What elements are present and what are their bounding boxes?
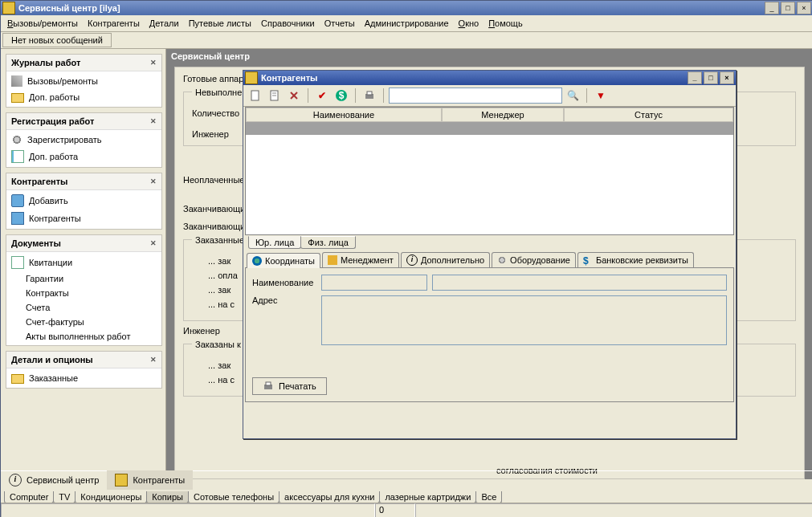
inner-close-button[interactable]: × [720,71,734,84]
sidebar-item-invoices[interactable]: Счета [6,300,161,315]
menu-details[interactable]: Детали [146,17,186,30]
footer-tab-laser[interactable]: лазерные картриджи [379,491,476,503]
inner-maximize-button[interactable]: □ [704,71,718,84]
grid-selected-row[interactable] [246,122,733,135]
sidebar-item-ordered[interactable]: Заказанные [6,370,161,386]
column-manager[interactable]: Менеджер [442,108,564,122]
window-icon [115,474,128,486]
footer-tab-copy[interactable]: Копиры [146,491,189,503]
edit-button[interactable] [266,87,284,104]
info-icon: i [406,254,418,266]
globe-icon [252,256,262,266]
tab-physical[interactable]: Физ. лица [300,236,356,249]
menubar: Вызовы/ремонты Контрагенты Детали Путевы… [1,15,812,32]
menu-contragents[interactable]: Контрагенты [84,17,146,30]
no-messages-button[interactable]: Нет новых сообщений [2,33,112,47]
folder-icon [11,93,24,103]
menu-refs[interactable]: Справочники [258,17,321,30]
menu-reports[interactable]: Отчеты [321,17,361,30]
inner-minimize-button[interactable]: _ [688,71,702,84]
name-field-2[interactable] [432,275,727,291]
maximize-button[interactable]: □ [781,2,795,14]
address-field[interactable] [321,295,727,345]
check-button[interactable]: ✔ [313,87,331,104]
manager-icon [328,255,337,265]
panel-header-details[interactable]: Детали и опционы✕ [6,352,161,368]
category-tabs: Computer TV Кондиционеры Копиры Сотовые … [4,491,501,503]
money-button[interactable]: $ [333,87,350,104]
task-contragents[interactable]: Контрагенты [107,470,193,490]
panel-header-registration[interactable]: Регистрация работ✕ [6,113,161,130]
name-field[interactable] [321,275,427,291]
group-ordered-k: Заказаны к [192,340,244,349]
new-button[interactable] [247,87,264,104]
panel-header-documents[interactable]: Документы✕ [6,235,161,252]
panel-header-contragents[interactable]: Контрагенты✕ [6,173,161,190]
app-icon [2,2,15,14]
close-button[interactable]: × [797,2,811,14]
sidebar-item-acts[interactable]: Акты выполненных работ [6,329,161,344]
print-button[interactable] [361,87,378,104]
add-icon [11,194,24,207]
minimize-button[interactable]: _ [765,2,779,14]
sidebar-item-register[interactable]: Зарегистрировать [6,132,161,148]
task-service-center[interactable]: iСервисный центр [1,470,107,490]
delete-button[interactable] [285,87,303,104]
tab-extra[interactable]: iДополнительно [401,252,490,267]
sidebar-item-contragents-list[interactable]: Контрагенты [6,210,161,227]
tools-icon [11,75,22,87]
app-window: Сервисный центр [ilya] _ □ × Вызовы/ремо… [0,0,812,517]
footer-tab-cond[interactable]: Кондиционеры [75,491,147,503]
tab-equipment[interactable]: Оборудование [492,252,576,267]
sidebar-item-warranties[interactable]: Гарантии [6,271,161,286]
contragents-grid[interactable]: Наименование Менеджер Статус [245,107,734,235]
inner-app-icon [245,71,258,84]
receipt-icon [11,256,24,269]
footer-tab-computer[interactable]: Computer [4,491,54,503]
menu-routes[interactable]: Путевые листы [186,17,258,30]
sidebar-item-extra-work[interactable]: Доп. работа [6,148,161,165]
sidebar-item-extra-works[interactable]: Доп. работы [6,89,161,105]
panel-registration: Регистрация работ✕ Зарегистрировать Доп.… [6,112,162,168]
menu-window[interactable]: Окно [455,17,486,30]
sidebar-item-add-contragent[interactable]: Добавить [6,192,161,210]
message-bar: Нет новых сообщений [1,32,812,49]
status-cell-3 [415,503,812,517]
svg-rect-9 [266,382,271,385]
panel-header-journals[interactable]: Журналы работ✕ [6,55,161,71]
search-input[interactable] [389,88,562,104]
column-status[interactable]: Статус [564,108,733,122]
tab-coords[interactable]: Координаты [247,253,320,268]
column-name[interactable]: Наименование [246,108,442,122]
filter-clear-button[interactable]: ▼ [592,87,610,104]
info-icon: i [9,474,22,486]
chevron-up-icon: ✕ [150,59,157,67]
footer-tab-tv[interactable]: TV [53,491,75,503]
statusbar: 0 [1,503,812,517]
sidebar-item-factures[interactable]: Счет-фактуры [6,315,161,329]
mdi-title: Сервисный центр [166,49,812,63]
print-detail-button[interactable]: Печатать [252,377,327,395]
menu-help[interactable]: Помощь [485,17,529,30]
gear-icon [497,255,507,265]
chevron-up-icon: ✕ [150,117,157,125]
tab-bank[interactable]: $Банковские реквизиты [577,252,694,267]
entity-type-tabs: Юр. лица Физ. лица [245,234,734,249]
sidebar-item-receipts[interactable]: Квитанции [6,254,161,271]
sidebar-item-calls[interactable]: Вызовы/ремонты [6,73,161,89]
binoculars-icon[interactable]: 🔍 [564,87,581,104]
menu-calls[interactable]: Вызовы/ремонты [4,17,84,30]
sidebar-item-contracts[interactable]: Контракты [6,286,161,300]
menu-admin[interactable]: Администрирование [361,17,455,30]
chevron-up-icon: ✕ [150,356,157,364]
gear-icon [11,134,22,145]
footer-tab-phones[interactable]: Сотовые телефоны [188,491,280,503]
inner-titlebar: Контрагенты _ □ × [243,71,736,85]
footer-tab-all[interactable]: Все [475,491,502,503]
list-icon [11,212,24,225]
label-name: Наименование [252,278,316,287]
footer-tab-kitchen[interactable]: аксессуары для кухни [279,491,380,503]
tab-legal[interactable]: Юр. лица [248,236,301,249]
tab-management[interactable]: Менеджмент [322,252,399,267]
inner-toolbar: ✔ $ 🔍 ▼ [243,85,736,107]
